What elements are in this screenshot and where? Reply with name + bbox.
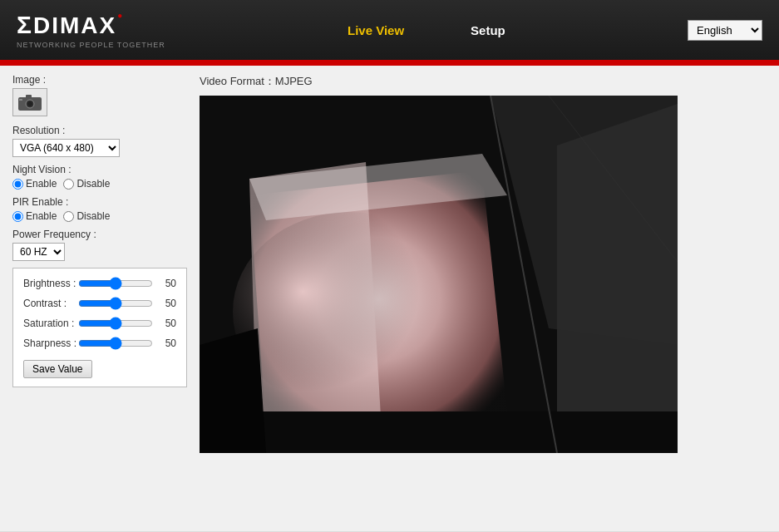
saturation-label: Saturation : <box>23 318 78 329</box>
sliders-box: Brightness : 50 Contrast : 50 Saturation… <box>12 268 187 387</box>
contrast-slider[interactable] <box>78 297 153 310</box>
main-content: Image : Resolution : VGA (640 x 480) QVG… <box>0 66 779 531</box>
video-frame <box>200 96 678 453</box>
svg-point-14 <box>233 212 466 411</box>
night-vision-disable-text: Disable <box>76 178 110 190</box>
svg-marker-9 <box>557 104 678 453</box>
sharpness-slider[interactable] <box>78 337 153 350</box>
logo-dot: ● <box>117 11 124 20</box>
image-section: Image : <box>12 74 187 116</box>
nav-setup[interactable]: Setup <box>471 23 505 37</box>
video-container <box>200 96 678 453</box>
logo-edimax: DIMAX <box>33 12 116 38</box>
pir-radio-group: Enable Disable <box>12 210 187 222</box>
saturation-row: Saturation : 50 <box>23 317 176 330</box>
svg-rect-4 <box>19 99 22 101</box>
night-vision-disable-radio[interactable] <box>63 179 74 190</box>
resolution-select[interactable]: VGA (640 x 480) QVGA (320 x 240) 1280 x … <box>12 139 120 157</box>
resolution-row: Resolution : VGA (640 x 480) QVGA (320 x… <box>12 125 187 157</box>
brightness-value: 50 <box>153 278 176 289</box>
resolution-label: Resolution : <box>12 125 187 136</box>
svg-point-2 <box>27 101 32 106</box>
sharpness-row: Sharpness : 50 <box>23 337 176 350</box>
svg-marker-15 <box>200 328 266 453</box>
nav-center: Live View Setup <box>348 23 505 37</box>
saturation-slider[interactable] <box>78 317 153 330</box>
video-scene <box>200 96 678 453</box>
power-freq-label: Power Frequency : <box>12 229 187 240</box>
pir-disable-text: Disable <box>76 210 110 222</box>
pir-enable-row: PIR Enable : Enable Disable <box>12 196 187 222</box>
saturation-value: 50 <box>153 318 176 329</box>
svg-rect-10 <box>200 411 678 453</box>
power-freq-select[interactable]: 50 HZ 60 HZ <box>12 243 65 261</box>
brightness-slider[interactable] <box>78 277 153 290</box>
night-vision-row: Night Vision : Enable Disable <box>12 164 187 190</box>
night-vision-enable-text: Enable <box>26 178 57 190</box>
image-label: Image : <box>12 74 187 86</box>
pir-enable-text: Enable <box>26 210 57 222</box>
contrast-row: Contrast : 50 <box>23 297 176 310</box>
logo-subtitle: NETWORKING PEOPLE TOGETHER <box>17 41 165 49</box>
language-dropdown[interactable]: English French German Spanish <box>688 20 762 41</box>
logo: ΣDIMAX● <box>17 11 165 39</box>
pir-disable-radio[interactable] <box>63 211 74 222</box>
night-vision-radio-group: Enable Disable <box>12 178 187 190</box>
pir-enable-option-label[interactable]: Enable <box>12 210 57 222</box>
camera-icon <box>18 93 42 111</box>
contrast-value: 50 <box>153 298 176 309</box>
brightness-label: Brightness : <box>23 278 78 289</box>
right-panel: Video Format：MJPEG <box>200 74 767 523</box>
camera-icon-box <box>12 88 47 116</box>
svg-rect-3 <box>26 95 32 98</box>
contrast-label: Contrast : <box>23 298 78 309</box>
language-select-area: English French German Spanish <box>688 20 762 41</box>
night-vision-enable-radio[interactable] <box>12 179 23 190</box>
nav-live-view[interactable]: Live View <box>348 23 404 37</box>
sharpness-value: 50 <box>153 337 176 349</box>
logo-area: ΣDIMAX● NETWORKING PEOPLE TOGETHER <box>17 11 165 49</box>
night-vision-enable-label[interactable]: Enable <box>12 178 57 190</box>
night-vision-disable-label[interactable]: Disable <box>63 178 110 190</box>
night-vision-label: Night Vision : <box>12 164 187 175</box>
save-button[interactable]: Save Value <box>23 360 92 378</box>
pir-enable-label: PIR Enable : <box>12 196 187 208</box>
logo-sigma: Σ <box>17 11 33 38</box>
video-format-label: Video Format：MJPEG <box>200 74 767 89</box>
left-panel: Image : Resolution : VGA (640 x 480) QVG… <box>12 74 187 523</box>
brightness-row: Brightness : 50 <box>23 277 176 290</box>
sharpness-label: Sharpness : <box>23 337 78 349</box>
pir-disable-option-label[interactable]: Disable <box>63 210 110 222</box>
pir-enable-radio[interactable] <box>12 211 23 222</box>
header: ΣDIMAX● NETWORKING PEOPLE TOGETHER Live … <box>0 0 779 62</box>
power-freq-row: Power Frequency : 50 HZ 60 HZ <box>12 229 187 261</box>
